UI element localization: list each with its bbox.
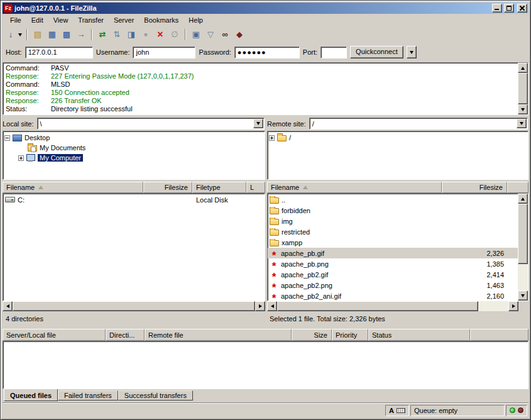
- menu-view[interactable]: View: [48, 14, 74, 26]
- directory-comparison-button[interactable]: ◨: [124, 28, 138, 41]
- menu-edit[interactable]: Edit: [26, 14, 48, 26]
- column-header-filesize[interactable]: Filesize: [442, 182, 507, 193]
- tree-item-root[interactable]: /: [269, 133, 527, 143]
- tab-successful-transfers[interactable]: Successful transfers: [118, 390, 193, 401]
- refresh-button[interactable]: ⇄: [96, 28, 109, 41]
- file-row[interactable]: img: [268, 216, 518, 226]
- column-header-filename[interactable]: Filename: [3, 182, 143, 193]
- combo-dropdown-button[interactable]: [253, 119, 263, 128]
- tab-failed-transfers[interactable]: Failed transfers: [58, 390, 118, 401]
- file-row[interactable]: C: Local Disk: [3, 194, 265, 205]
- toggle-local-tree-button[interactable]: ▦: [45, 28, 59, 41]
- local-list-body: C: Local Disk: [3, 193, 265, 301]
- menu-server[interactable]: Server: [109, 14, 139, 26]
- settings-button[interactable]: ◆: [233, 28, 246, 41]
- log-scrollbar[interactable]: [518, 63, 528, 114]
- arrow-left-icon: [271, 304, 274, 308]
- file-row-selected[interactable]: apache_pb.gif 2,326: [268, 248, 518, 258]
- scroll-down-button[interactable]: [518, 290, 528, 301]
- maximize-button[interactable]: [504, 4, 514, 13]
- quickconnect-dropdown[interactable]: [407, 46, 417, 58]
- scrollbar-thumb[interactable]: [518, 204, 528, 264]
- column-header-status[interactable]: Status: [368, 329, 470, 341]
- file-row[interactable]: forbidden: [268, 205, 518, 216]
- file-row[interactable]: ..: [268, 194, 518, 205]
- find-button[interactable]: ∞: [218, 28, 232, 41]
- tree-item-desktop[interactable]: Desktop: [4, 133, 263, 143]
- log-line: Command:PASV: [6, 64, 515, 72]
- column-header-priority[interactable]: Priority: [332, 329, 368, 341]
- file-row[interactable]: apache_pb.png 1,385: [268, 258, 518, 269]
- column-header-direction[interactable]: Directi...: [106, 329, 145, 341]
- scrollbar-thumb[interactable]: [277, 301, 478, 311]
- remote-vertical-scrollbar[interactable]: [518, 194, 528, 301]
- column-header-server-local-file[interactable]: Server/Local file: [3, 329, 106, 341]
- file-name: apache_pb.png: [281, 260, 329, 268]
- site-manager-dropdown[interactable]: [16, 29, 23, 40]
- toggle-message-log-button[interactable]: ▤: [31, 28, 45, 41]
- scroll-right-button[interactable]: [508, 301, 518, 311]
- scroll-down-button[interactable]: [518, 104, 528, 114]
- column-header-filesize[interactable]: Filesize: [143, 182, 192, 193]
- remote-list-header: Filename Filesize: [267, 182, 528, 193]
- expand-icon[interactable]: [18, 155, 24, 161]
- scroll-up-button[interactable]: [518, 194, 528, 204]
- quickconnect-button[interactable]: Quickconnect: [350, 46, 403, 58]
- remote-horizontal-scrollbar[interactable]: [267, 301, 528, 311]
- file-row[interactable]: apache_pb2.png 1,463: [268, 280, 518, 290]
- scrollbar-thumb[interactable]: [518, 73, 528, 104]
- toggle-queue-button[interactable]: →: [74, 28, 88, 41]
- tree-item-my-computer[interactable]: My Computer: [4, 153, 263, 163]
- menu-transfer[interactable]: Transfer: [73, 14, 109, 26]
- titlebar[interactable]: Fz john@127.0.0.1 - FileZilla: [3, 3, 528, 14]
- menu-bookmarks[interactable]: Bookmarks: [139, 14, 183, 26]
- column-header-remote-file[interactable]: Remote file: [145, 329, 292, 341]
- file-name: ..: [282, 196, 285, 204]
- password-input[interactable]: ●●●●●●: [234, 47, 300, 58]
- arrow-up-icon: [521, 197, 525, 201]
- collapse-icon[interactable]: [4, 135, 10, 141]
- cancel-button[interactable]: ×: [153, 28, 167, 41]
- menu-file[interactable]: File: [5, 14, 26, 26]
- disconnect-button[interactable]: ∅: [168, 28, 182, 41]
- scroll-left-button[interactable]: [3, 301, 13, 311]
- column-header-lastmodified[interactable]: L: [246, 182, 265, 193]
- column-header-filetype[interactable]: Filetype: [192, 182, 246, 193]
- local-site-combo[interactable]: \: [37, 118, 265, 130]
- combo-dropdown-button[interactable]: [517, 119, 527, 128]
- file-row[interactable]: restricted: [268, 226, 518, 237]
- scroll-right-button[interactable]: [255, 301, 265, 311]
- scrollbar-track[interactable]: [478, 301, 508, 311]
- scrollbar-thumb[interactable]: [13, 301, 255, 311]
- new-window-button[interactable]: ▣: [189, 28, 203, 41]
- tree-item-my-documents[interactable]: My Documents: [4, 143, 263, 153]
- file-row[interactable]: apache_pb2.gif 2,414: [268, 269, 518, 280]
- scroll-up-button[interactable]: [518, 63, 528, 73]
- transfer-type-indicator[interactable]: A: [385, 405, 409, 416]
- expand-icon[interactable]: [269, 135, 275, 141]
- abort-button[interactable]: ■: [139, 28, 153, 41]
- close-button[interactable]: [517, 4, 527, 13]
- username-input[interactable]: john: [133, 47, 195, 58]
- local-horizontal-scrollbar[interactable]: [3, 301, 265, 311]
- column-header-size[interactable]: Size: [292, 329, 332, 341]
- file-row[interactable]: xampp: [268, 237, 518, 248]
- toggle-remote-tree-button[interactable]: ▩: [60, 28, 74, 41]
- scroll-left-button[interactable]: [267, 301, 277, 311]
- site-manager-button[interactable]: ↓: [5, 28, 23, 41]
- chevron-down-icon: [520, 122, 523, 125]
- minimize-button[interactable]: [492, 4, 502, 13]
- host-input[interactable]: 127.0.0.1: [25, 47, 93, 58]
- filter-button[interactable]: ▽: [204, 28, 217, 41]
- tab-queued-files[interactable]: Queued files: [4, 389, 58, 401]
- file-row[interactable]: apache_pb2_ani.gif 2,160: [268, 290, 518, 301]
- folder-icon: [270, 197, 279, 204]
- synchronized-browsing-button[interactable]: ⇅: [110, 28, 124, 41]
- tree-label-selected: My Computer: [38, 154, 83, 162]
- remote-site-combo[interactable]: /: [309, 118, 528, 130]
- scrollbar-track[interactable]: [518, 264, 528, 290]
- column-header-filename[interactable]: Filename: [267, 182, 442, 193]
- queue-list[interactable]: [3, 341, 528, 389]
- menu-help[interactable]: Help: [183, 14, 208, 26]
- port-input[interactable]: [320, 47, 347, 58]
